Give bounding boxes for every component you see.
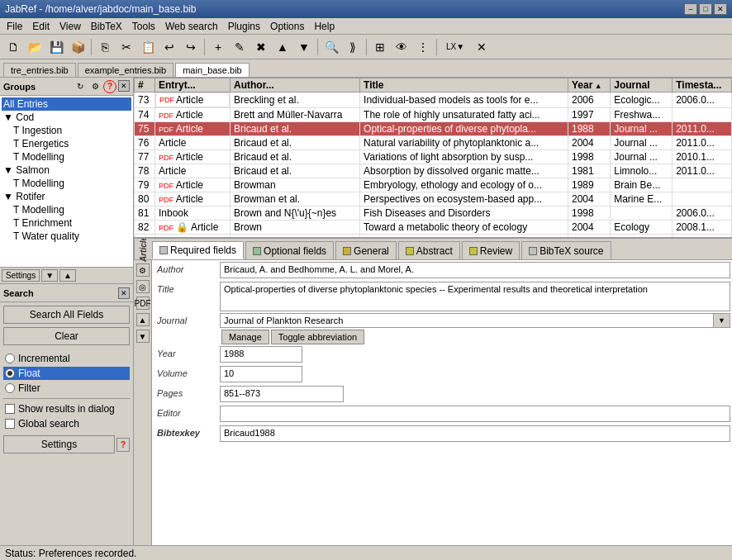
edit-entry-button[interactable]: ✎ [230,37,250,57]
sidebar-icon-3[interactable]: PDF [136,297,150,310]
tab-bibtex-source[interactable]: BibTeX source [521,241,611,259]
tab-main-base[interactable]: main_base.bib [175,63,250,77]
filter-radio[interactable] [5,383,15,393]
menu-plugins[interactable]: Plugins [223,19,265,34]
manage-button[interactable]: Manage [221,330,269,344]
global-search-option[interactable]: Global search [3,417,130,430]
volume-input[interactable]: 10 [220,366,302,382]
search-close-button[interactable]: ✕ [118,287,130,299]
menu-bibtex[interactable]: BibTeX [86,19,127,34]
editor-input[interactable] [220,406,730,422]
groups-refresh-icon[interactable]: ↻ [74,80,87,93]
table-row[interactable]: 81 Inbook Brown and N{\'u}{~n}es Fish Di… [135,206,732,221]
col-year[interactable]: Year [568,78,610,93]
tree-item-rotifer-modelling[interactable]: T Modelling [2,203,131,216]
global-search-checkbox[interactable] [5,419,15,429]
table-row[interactable]: 83 PDF Article Brown et al. Larviculture… [135,235,732,238]
float-option[interactable]: Float [3,367,130,380]
table-row[interactable]: 80 PDF Article Browman et al. Perspectiv… [135,192,732,206]
tab-optional-fields[interactable]: Optional fields [245,241,334,259]
paste-button[interactable]: 📋 [138,37,158,57]
col-num[interactable]: # [135,78,155,93]
save-all-button[interactable]: 📦 [68,37,88,57]
tree-item-energetics[interactable]: T Energetics [2,137,131,150]
table-row[interactable]: 77 PDF Article Bricaud et al. Variations… [135,150,732,164]
title-input[interactable]: Optical-properties of diverse phytoplank… [220,282,730,311]
delete-entry-button[interactable]: ✖ [251,37,271,57]
extra-button[interactable]: ✕ [472,37,492,57]
tab-tre-entries[interactable]: tre_entries.bib [3,63,76,77]
search-button[interactable]: 🔍 [321,37,341,57]
groups-help-icon[interactable]: ? [103,80,116,93]
groups-button[interactable]: ⊞ [370,37,390,57]
table-row[interactable]: 76 Article Bricaud et al. Natural variab… [135,136,732,150]
table-row[interactable]: 78 Article Bricaud et al. Absorption by … [135,164,732,178]
tree-item-salmon[interactable]: ▼ Salmon [2,164,131,177]
table-row[interactable]: 73 PDF Article Breckling et al. Individu… [135,93,732,108]
preview-button[interactable]: 👁 [392,37,411,57]
redo-button[interactable]: ↪ [181,37,201,57]
col-title[interactable]: Title [360,78,568,93]
col-journal[interactable]: Journal [611,78,673,93]
move-up-button[interactable]: ▲ [273,37,292,57]
sidebar-icon-4[interactable]: ▲ [136,313,150,326]
sidebar-icon-5[interactable]: ▼ [136,330,150,343]
show-results-checkbox[interactable] [5,404,15,414]
groups-settings-icon[interactable]: ⚙ [88,80,102,93]
journal-input[interactable] [220,313,714,328]
filter-option[interactable]: Filter [3,382,130,395]
clear-button[interactable]: Clear [3,327,130,345]
col-author[interactable]: Author... [231,78,360,93]
minimize-button[interactable]: – [684,3,697,15]
maximize-button[interactable]: □ [699,3,712,15]
sidebar-icon-2[interactable]: ◎ [136,280,150,293]
show-results-dialog-option[interactable]: Show results in dialog [3,402,130,415]
col-timestamp[interactable]: Timesta... [673,78,732,93]
tree-item-water-quality[interactable]: T Water quality [2,230,131,243]
menu-help[interactable]: Help [309,19,340,34]
table-row[interactable]: 79 PDF Article Browman Embryology, ethol… [135,178,732,192]
tab-general[interactable]: General [335,241,397,259]
groups-close-button[interactable]: ✕ [118,80,130,92]
pages-input[interactable]: 851--873 [220,386,344,402]
tree-item-enrichment[interactable]: T Enrichment [2,216,131,230]
split-button[interactable]: ⋮ [413,37,433,57]
search-next-button[interactable]: ⟫ [343,37,363,57]
table-row[interactable]: 75 PDF Article Bricaud et al. Optical-pr… [135,122,732,136]
save-button[interactable]: 💾 [46,37,66,57]
sidebar-icon-1[interactable]: ⚙ [136,263,150,277]
groups-expand-btn[interactable]: ▲ [59,269,76,282]
groups-collapse-btn[interactable]: ▼ [41,269,58,282]
close-button[interactable]: ✕ [714,3,727,15]
search-all-fields-button[interactable]: Search All Fields [3,306,130,324]
tree-item-cod[interactable]: ▼ Cod [2,111,131,124]
author-input[interactable]: Bricaud, A. and Bedhomme, A. L. and More… [220,262,730,278]
tree-item-rotifer[interactable]: ▼ Rotifer [2,190,131,203]
add-entry-button[interactable]: + [208,37,228,57]
menu-websearch[interactable]: Web search [160,19,223,34]
toggle-abbreviation-button[interactable]: Toggle abbreviation [271,330,364,344]
col-type[interactable]: Entryt... [155,78,231,93]
tab-abstract[interactable]: Abstract [398,241,460,259]
latex-button[interactable]: LX▼ [440,37,470,57]
settings-button[interactable]: Settings [3,435,115,453]
menu-file[interactable]: File [2,19,27,34]
undo-button[interactable]: ↩ [159,37,179,57]
tree-item-salmon-modelling[interactable]: T Modelling [2,177,131,190]
cut-button[interactable]: ✂ [116,37,136,57]
float-radio[interactable] [5,368,15,378]
tab-required-fields[interactable]: Required fields [152,241,244,259]
journal-dropdown-button[interactable]: ▼ [714,313,730,328]
menu-view[interactable]: View [55,19,86,34]
menu-options[interactable]: Options [265,19,309,34]
tree-item-ingestion[interactable]: T Ingestion [2,124,131,137]
new-db-button[interactable]: 🗋 [3,37,23,57]
table-row[interactable]: 82 PDF 🔒 Article Brown Toward a metaboli… [135,221,732,235]
groups-settings-btn[interactable]: Settings [2,269,40,282]
incremental-radio[interactable] [5,354,15,363]
copy-button[interactable]: ⎘ [95,37,115,57]
menu-edit[interactable]: Edit [27,19,55,34]
menu-tools[interactable]: Tools [127,19,160,34]
tree-item-all-entries[interactable]: All Entries [2,97,131,111]
move-down-button[interactable]: ▼ [294,37,314,57]
